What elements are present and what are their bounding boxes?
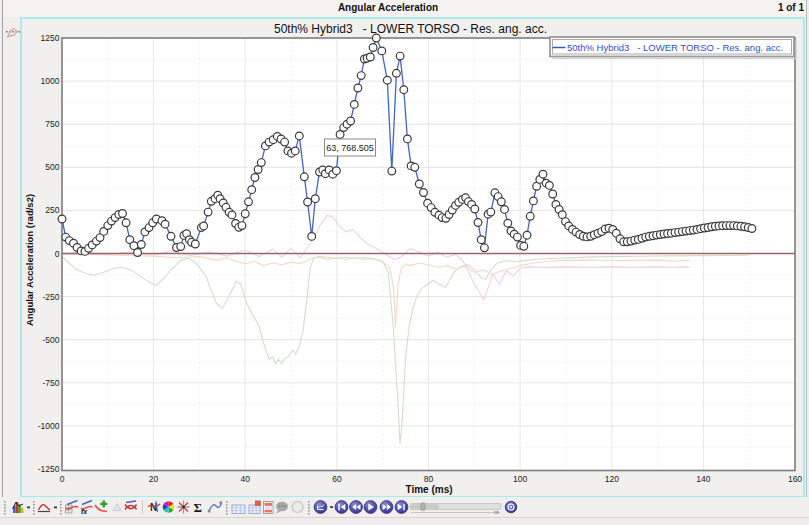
svg-text:-250: -250: [42, 292, 59, 302]
svg-text:-1250: -1250: [38, 464, 60, 474]
svg-text:1250: 1250: [41, 33, 60, 43]
svg-text:120: 120: [605, 474, 619, 484]
svg-text:500: 500: [45, 162, 59, 172]
svg-text:1000: 1000: [41, 76, 60, 86]
svg-text:50th% Hybrid3 - LOWER TORSO: 50th% Hybrid3 - LOWER TORSO - Res. ang. …: [567, 42, 783, 53]
svg-text:fx: fx: [81, 508, 88, 515]
svg-text:Angular Acceleration (rad/s2): Angular Acceleration (rad/s2): [24, 194, 35, 326]
svg-text:250: 250: [45, 205, 59, 215]
svg-text:0: 0: [60, 474, 65, 484]
svg-text:Σ: Σ: [194, 500, 203, 515]
svg-text:0: 0: [55, 249, 60, 259]
svg-text:100: 100: [513, 474, 527, 484]
svg-text:-500: -500: [42, 335, 59, 345]
svg-text:80: 80: [424, 474, 434, 484]
svg-text:140: 140: [696, 474, 710, 484]
svg-text:-1000: -1000: [38, 421, 60, 431]
svg-text:20: 20: [149, 474, 159, 484]
svg-text:-750: -750: [42, 378, 59, 388]
svg-text:750: 750: [45, 119, 59, 129]
svg-text:Time (ms): Time (ms): [405, 484, 452, 495]
svg-text:60: 60: [332, 474, 342, 484]
svg-text:63, 768.505: 63, 768.505: [326, 143, 374, 153]
svg-text:160: 160: [788, 474, 802, 484]
svg-text:40: 40: [240, 474, 250, 484]
